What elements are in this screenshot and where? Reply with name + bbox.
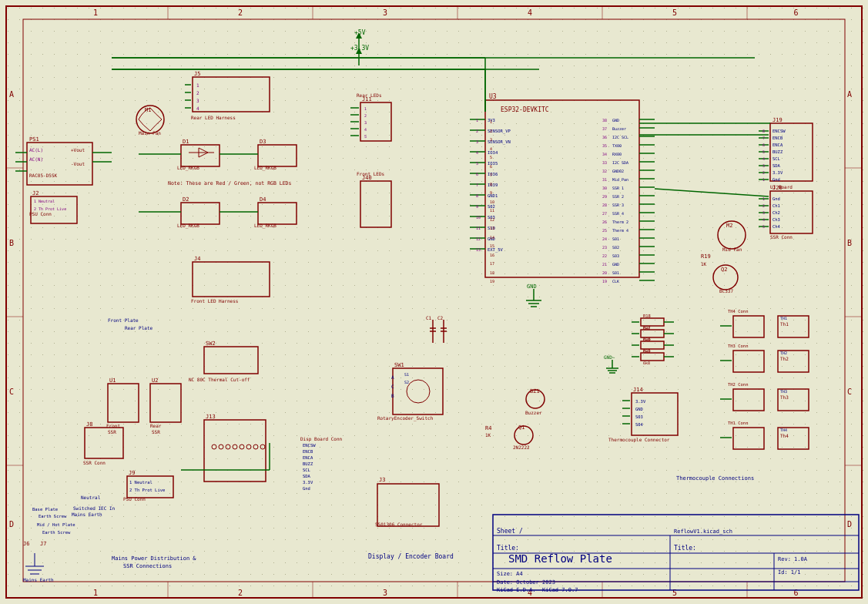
schematic-canvas xyxy=(0,0,868,604)
schematic-container xyxy=(0,0,868,604)
